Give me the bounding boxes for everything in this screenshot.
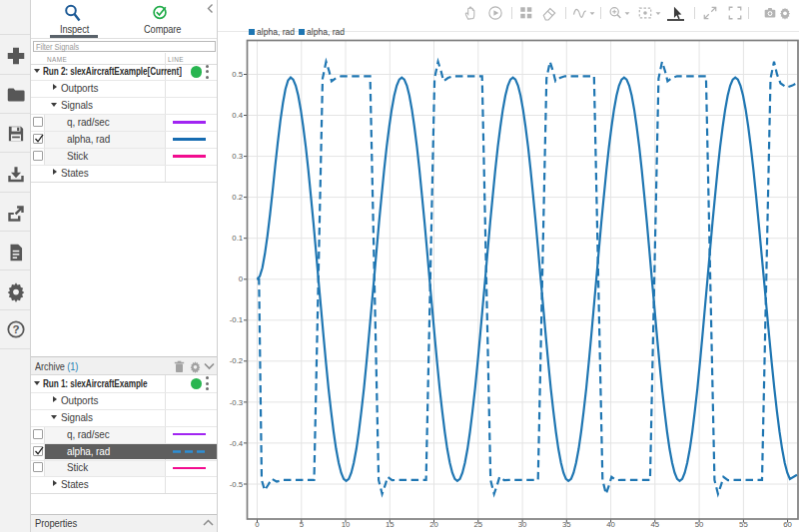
svg-text:0: 0: [239, 274, 244, 283]
svg-text:0.4: 0.4: [232, 111, 244, 120]
svg-text:15: 15: [386, 520, 395, 529]
svg-text:0.1: 0.1: [232, 234, 243, 243]
svg-text:35: 35: [562, 520, 571, 529]
svg-text:55: 55: [739, 520, 748, 529]
svg-text:50: 50: [695, 520, 704, 529]
svg-text:45: 45: [650, 520, 659, 529]
svg-text:40: 40: [606, 520, 615, 529]
svg-text:-0.5: -0.5: [230, 480, 244, 489]
svg-text:5: 5: [300, 520, 305, 529]
svg-text:-0.1: -0.1: [230, 315, 243, 324]
svg-text:10: 10: [342, 520, 351, 529]
svg-text:-0.2: -0.2: [230, 356, 243, 365]
svg-text:?: ?: [12, 323, 19, 335]
svg-text:-0.4: -0.4: [230, 439, 244, 448]
svg-text:-0.3: -0.3: [230, 398, 243, 407]
svg-text:0: 0: [255, 520, 260, 529]
svg-text:20: 20: [429, 520, 438, 529]
svg-text:0.2: 0.2: [232, 193, 243, 202]
svg-text:60: 60: [783, 520, 792, 529]
svg-text:0.3: 0.3: [232, 152, 243, 161]
svg-text:30: 30: [518, 520, 527, 529]
svg-text:0.5: 0.5: [232, 70, 244, 79]
svg-text:25: 25: [473, 520, 482, 529]
